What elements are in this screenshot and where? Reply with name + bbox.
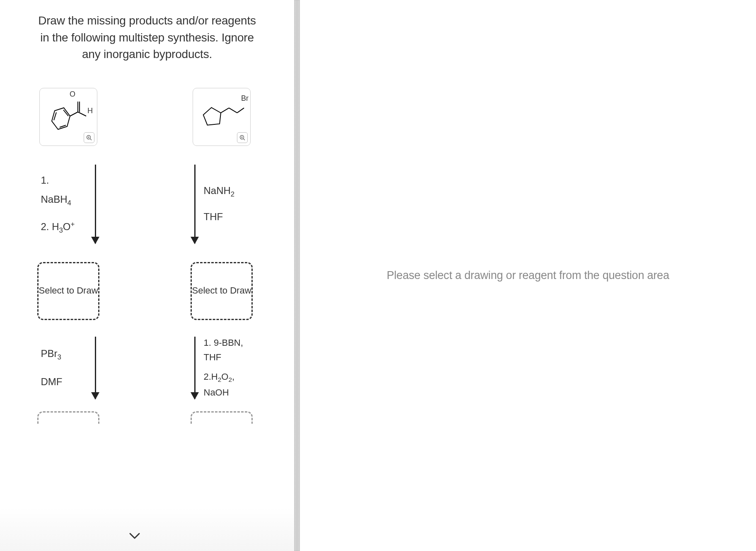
svg-line-7 xyxy=(78,112,86,116)
drawing-panel: Please select a drawing or reagent from … xyxy=(300,0,756,551)
reagent-labels-2-left: PBr3 DMF xyxy=(41,344,87,391)
molecule-benzaldehyde[interactable]: O H xyxy=(39,88,97,146)
synthesis-column-left: O H 1.NaBH4 2. H3O+ Select to Draw xyxy=(25,88,112,424)
arrow-down-icon xyxy=(194,337,196,399)
reagent-h2o2-naoh: 2.H2O2,NaOH xyxy=(204,369,249,400)
svg-line-14 xyxy=(229,108,237,113)
synthesis-columns: O H 1.NaBH4 2. H3O+ Select to Draw xyxy=(17,88,278,424)
question-panel: Draw the missing products and/or reagent… xyxy=(0,0,294,551)
zoom-icon[interactable] xyxy=(84,132,94,143)
reagent-nabh4: 1.NaBH4 xyxy=(41,171,87,209)
draw-placeholder-label: Select to Draw xyxy=(39,284,98,297)
svg-line-13 xyxy=(221,108,229,113)
reagent-labels-1-right: NaNH2 THF xyxy=(204,183,249,225)
reaction-arrow-1-left: 1.NaBH4 2. H3O+ xyxy=(25,163,112,245)
zoom-icon[interactable] xyxy=(237,132,248,143)
molecule-cyclopentyl-bromide[interactable]: Br xyxy=(193,88,251,146)
draw-placeholder-left-2-partial[interactable] xyxy=(37,411,99,424)
reagent-labels-2-right: 1. 9-BBN,THF 2.H2O2,NaOH xyxy=(204,335,249,400)
reagent-thf: THF xyxy=(204,209,249,225)
question-line-3: any inorganic byproducts. xyxy=(82,48,212,61)
label-bromine: Br xyxy=(241,94,249,103)
question-text: Draw the missing products and/or reagent… xyxy=(17,12,278,63)
svg-marker-12 xyxy=(203,107,221,125)
draw-placeholder-left-1[interactable]: Select to Draw xyxy=(37,262,99,320)
reaction-arrow-1-right: NaNH2 THF xyxy=(178,163,265,245)
synthesis-column-right: Br NaNH2 THF Select to Draw 1. 9 xyxy=(178,88,265,424)
question-line-1: Draw the missing products and/or reagent… xyxy=(38,14,256,27)
reaction-arrow-2-right: 1. 9-BBN,THF 2.H2O2,NaOH xyxy=(178,333,265,403)
reagent-pbr3: PBr3 xyxy=(41,344,87,364)
svg-line-4 xyxy=(70,112,78,116)
arrow-down-icon xyxy=(95,165,96,243)
draw-placeholder-right-1[interactable]: Select to Draw xyxy=(191,262,253,320)
drawing-panel-placeholder: Please select a drawing or reagent from … xyxy=(386,269,669,282)
reagent-nanh2: NaNH2 xyxy=(204,183,249,200)
reaction-arrow-2-left: PBr3 DMF xyxy=(25,333,112,403)
arrow-down-icon xyxy=(95,337,96,399)
svg-line-15 xyxy=(237,108,244,113)
svg-line-9 xyxy=(90,138,92,140)
reagent-9bbn: 1. 9-BBN,THF xyxy=(204,335,249,364)
reagent-labels-1-left: 1.NaBH4 2. H3O+ xyxy=(41,171,87,237)
question-line-2: in the following multistep synthesis. Ig… xyxy=(40,31,254,44)
label-hydrogen: H xyxy=(87,107,93,115)
panel-divider[interactable] xyxy=(294,0,300,551)
label-oxygen: O xyxy=(70,90,75,99)
svg-line-17 xyxy=(244,138,245,140)
reagent-h3o: 2. H3O+ xyxy=(41,217,87,237)
chevron-down-icon[interactable] xyxy=(128,528,141,544)
arrow-down-icon xyxy=(194,165,196,243)
draw-placeholder-right-2-partial[interactable] xyxy=(191,411,253,424)
draw-placeholder-label: Select to Draw xyxy=(192,284,251,297)
reagent-dmf: DMF xyxy=(41,372,87,391)
